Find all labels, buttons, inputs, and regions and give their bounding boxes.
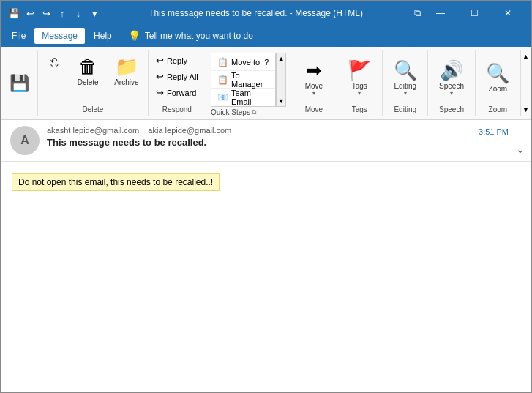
qs-scrollbar[interactable]: ▲ ▼	[276, 53, 286, 107]
editing-label: Editing	[394, 82, 416, 90]
tags-button[interactable]: 🚩 Tags ▾	[342, 56, 377, 101]
reply-all-label: Reply All	[167, 72, 198, 81]
qs-manager-icon: 📋	[217, 75, 228, 85]
title-bar-left-controls: 💾 ↩ ↪ ↑ ↓ ▾	[7, 7, 101, 20]
window-title: This message needs to be recalled. - Mes…	[105, 8, 406, 18]
editing-dropdown-icon: ▾	[404, 90, 407, 97]
tell-me-bar[interactable]: 💡 Tell me what you want to do	[128, 30, 253, 42]
qs-team-label: Team Email	[231, 89, 269, 106]
close-button[interactable]: ✕	[491, 1, 525, 25]
tags-label: Tags	[352, 82, 367, 90]
maximize-button[interactable]: ☐	[457, 1, 491, 25]
speech-button[interactable]: 🔊 Speech ▾	[433, 56, 470, 101]
menu-bar: File Message Help 💡 Tell me what you wan…	[1, 25, 531, 47]
reply-label: Reply	[167, 56, 187, 65]
down-icon[interactable]: ↓	[72, 7, 85, 20]
speech-label: Speech	[439, 82, 464, 90]
minimize-button[interactable]: —	[424, 1, 457, 25]
ribbon-scroll-up[interactable]: ▲	[522, 53, 529, 60]
forward-icon: ↪	[156, 87, 164, 98]
reply-icon: ↩	[156, 55, 164, 66]
delete-icon: 🗑	[78, 57, 97, 76]
ribbon-group-zoom: 🔍 Zoom Zoom	[476, 50, 520, 116]
save-ribbon-icon: 💾	[10, 75, 29, 91]
qs-team-email[interactable]: 📧 Team Email	[211, 89, 275, 106]
menu-message[interactable]: Message	[34, 28, 85, 44]
reply-all-button[interactable]: ↩ Reply All	[153, 69, 201, 84]
quicksteps-expand-icon[interactable]: ⧉	[252, 108, 256, 116]
forward-button[interactable]: ↪ Forward	[153, 85, 199, 100]
undo-icon[interactable]: ↩	[23, 7, 37, 20]
email-meta: akasht lepide@gmail.com akia lepide@gmai…	[47, 126, 522, 148]
respond-group-label: Respond	[162, 105, 192, 113]
menu-file[interactable]: File	[4, 28, 33, 44]
archive-label: Archive	[114, 78, 138, 86]
qs-team-icon: 📧	[217, 92, 228, 102]
ribbon-group-speech: 🔊 Speech ▾ Speech	[428, 50, 475, 116]
save-button[interactable]: 💾	[6, 73, 33, 94]
editing-button[interactable]: 🔍 Editing ▾	[388, 56, 423, 101]
forward-label: Forward	[167, 89, 196, 97]
speech-icon: 🔊	[440, 61, 463, 80]
avatar: A	[10, 126, 40, 155]
move-group-label: Move	[305, 105, 323, 113]
move-label: Move	[305, 82, 323, 90]
menu-help[interactable]: Help	[86, 28, 119, 44]
quicksteps-group-label: Quick Steps ⧉	[211, 108, 286, 116]
quick-steps-list: 📋 Move to: ? 📋 To Manager 📧 Team Email	[211, 53, 276, 107]
zoom-group-label: Zoom	[489, 105, 508, 113]
ribbon-scroll-down[interactable]: ▼	[522, 106, 529, 113]
ribbon-group-quicksteps: 📋 Move to: ? 📋 To Manager 📧 Team Email ▲	[206, 50, 291, 116]
qs-to-manager[interactable]: 📋 To Manager	[211, 71, 275, 89]
up-icon[interactable]: ↑	[56, 7, 69, 20]
ribbon-group-move: ➡ Move ▾ Move	[291, 50, 337, 116]
window-controls: ⧉ — ☐ ✕	[411, 1, 525, 25]
save-icon[interactable]: 💾	[7, 7, 20, 20]
email-subject: This message needs to be recalled.	[47, 137, 522, 148]
ribbon-group-editing: 🔍 Editing ▾ Editing	[383, 50, 428, 116]
tags-icon: 🚩	[348, 61, 371, 80]
tags-dropdown-icon: ▾	[358, 90, 361, 97]
move-icon: ➡	[306, 61, 322, 80]
qs-manager-label: To Manager	[231, 71, 269, 89]
qs-move-icon: 📋	[217, 57, 228, 67]
delete-label: Delete	[78, 78, 99, 86]
expand-button[interactable]: ⌄	[516, 143, 525, 155]
redo-icon[interactable]: ↪	[40, 7, 53, 20]
archive-button[interactable]: 📁 Archive	[108, 53, 144, 91]
from-address: akasht lepide@gmail.com	[47, 126, 139, 135]
ribbon-group-tags: 🚩 Tags ▾ Tags	[337, 50, 383, 116]
qs-scroll-down[interactable]: ▼	[277, 96, 286, 106]
zoom-button[interactable]: 🔍 Zoom	[480, 59, 515, 97]
reply-button[interactable]: ↩ Reply	[153, 53, 190, 68]
email-area: A akasht lepide@gmail.com akia lepide@gm…	[1, 120, 531, 392]
restore-icon[interactable]: ⧉	[411, 7, 424, 20]
ribbon-group-save: 💾	[1, 50, 38, 116]
more-quick-access-icon[interactable]: ▾	[88, 7, 101, 20]
delete-group-label: Delete	[82, 105, 103, 113]
move-dropdown-icon: ▾	[312, 90, 315, 97]
ribbon-scroll-bar[interactable]: ▲ ▼	[520, 50, 531, 116]
ribbon-group-delete: ⎌ 🗑 Delete 📁 Archive Delete	[38, 50, 149, 116]
email-header: A akasht lepide@gmail.com akia lepide@gm…	[1, 120, 531, 162]
to-address: akia lepide@gmail.com	[148, 126, 231, 135]
speech-group-label: Speech	[439, 105, 464, 113]
qs-scroll-up[interactable]: ▲	[277, 53, 286, 64]
email-body-text: Do not open this email, this needs to be…	[12, 173, 220, 191]
title-bar: 💾 ↩ ↪ ↑ ↓ ▾ This message needs to be rec…	[1, 1, 531, 25]
delete-button[interactable]: 🗑 Delete	[70, 53, 105, 91]
zoom-label: Zoom	[489, 85, 508, 93]
editing-icon: 🔍	[394, 61, 417, 80]
move-button[interactable]: ➡ Move ▾	[296, 56, 331, 101]
email-from: akasht lepide@gmail.com akia lepide@gmai…	[47, 126, 522, 135]
email-body: Do not open this email, this needs to be…	[1, 162, 531, 203]
qs-move-to[interactable]: 📋 Move to: ?	[211, 53, 275, 71]
main-content: A akasht lepide@gmail.com akia lepide@gm…	[1, 120, 531, 392]
lightbulb-icon: 💡	[128, 30, 141, 42]
zoom-icon: 🔍	[486, 64, 509, 83]
email-time: 3:51 PM	[479, 127, 509, 136]
editing-group-label: Editing	[394, 105, 416, 113]
delete-undo-button[interactable]: ⎌	[41, 53, 67, 71]
ribbon: 💾 ⎌ 🗑 Delete 📁 Archive Delete	[1, 47, 531, 120]
tell-me-text: Tell me what you want to do	[145, 31, 253, 41]
